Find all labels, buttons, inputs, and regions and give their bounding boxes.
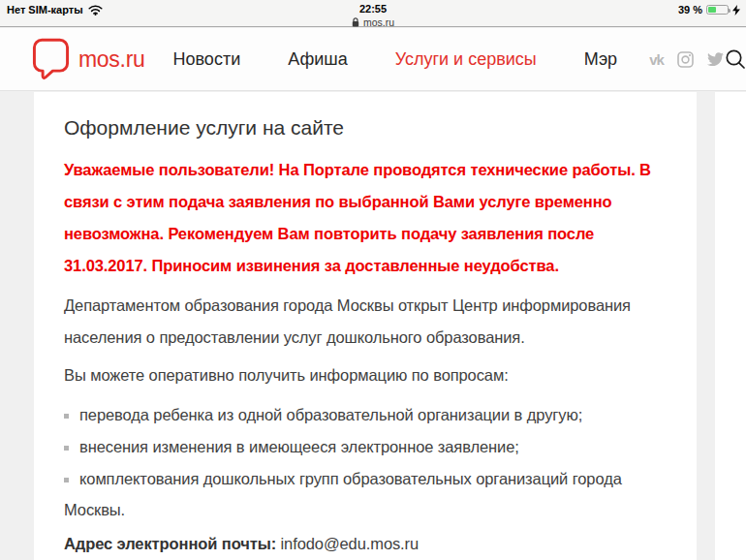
list-item: перевода ребенка из одной образовательно… [64, 399, 668, 430]
list-item-text: комплектования дошкольных групп образова… [79, 470, 622, 487]
nav-item-afisha[interactable]: Афиша [288, 49, 348, 70]
contact-block: Адрес электронной почты: infodo@edu.mos.… [64, 531, 668, 560]
page-background: Оформление услуги на сайте Уважаемые пол… [0, 92, 746, 560]
list-item-line: комплектования дошкольных групп образова… [64, 463, 668, 494]
charging-bolt-icon [732, 5, 740, 16]
twitter-icon[interactable] [707, 52, 724, 67]
paragraph-line: населения о предоставлении услуг дошколь… [64, 322, 668, 354]
warning-line: невозможна. Рекомендуем Вам повторить по… [64, 218, 668, 250]
list-item: комплектования дошкольных групп образова… [64, 463, 668, 525]
instagram-icon[interactable] [677, 51, 694, 68]
url-text: mos.ru [363, 16, 394, 28]
email-row: Адрес электронной почты: infodo@edu.mos.… [64, 531, 668, 556]
bullet-square-icon [64, 478, 69, 482]
list-item: внесения изменения в имеющееся электронн… [64, 431, 668, 462]
list-item-text: внесения изменения в имеющееся электронн… [79, 438, 519, 455]
vk-icon[interactable]: vk [649, 52, 664, 67]
speech-bubble-icon [32, 38, 70, 81]
status-center: 22:55 mos.ru [0, 0, 746, 28]
bullet-square-icon [64, 446, 69, 451]
mos-ru-logo[interactable]: mos.ru [32, 38, 145, 81]
page-title: Оформление услуги на сайте [64, 113, 668, 142]
list-item-wrap-line: Москвы. [64, 494, 668, 525]
status-right: 39 % [678, 4, 740, 16]
site-header: mos.ru Новости Афиша Услуги и сервисы Мэ… [0, 28, 746, 91]
nav-item-novosti[interactable]: Новости [173, 49, 241, 70]
ios-status-bar: Нет SIM-карты 22:55 mos.ru 39 % [0, 0, 746, 27]
paragraph-line: Департаментом образования города Москвы … [64, 290, 668, 322]
battery-nub [729, 9, 730, 13]
email-value: infodo@edu.mos.ru [281, 535, 420, 552]
content-card: Оформление услуги на сайте Уважаемые пол… [34, 92, 697, 560]
list-item-line: внесения изменения в имеющееся электронн… [64, 431, 668, 462]
list-item-line: перевода ребенка из одной образовательно… [64, 399, 668, 430]
email-label: Адрес электронной почты: [64, 535, 276, 552]
search-button[interactable] [724, 28, 746, 91]
warning-line: Уважаемые пользователи! На Портале прово… [64, 154, 668, 186]
battery-fill [708, 7, 716, 13]
battery-percent-label: 39 % [678, 4, 702, 16]
main-nav: Новости Афиша Услуги и сервисы Мэр [173, 49, 618, 70]
social-links: vk [649, 51, 724, 68]
battery-icon [706, 5, 729, 15]
right-panel-sliver [715, 92, 746, 560]
maintenance-warning: Уважаемые пользователи! На Портале прово… [64, 154, 668, 282]
nav-item-uslugi[interactable]: Услуги и сервисы [395, 49, 537, 70]
warning-line: связи с этим подача заявления по выбранн… [64, 186, 668, 218]
lock-icon [352, 17, 359, 27]
paragraph-department: Департаментом образования города Москвы … [64, 290, 668, 354]
bullet-list: перевода ребенка из одной образовательно… [64, 399, 668, 525]
paragraph-intro-list: Вы можете оперативно получить информацию… [64, 359, 668, 391]
nav-item-mer[interactable]: Мэр [584, 49, 617, 70]
url-bar[interactable]: mos.ru [0, 16, 746, 28]
warning-line: 31.03.2017. Приносим извинения за достав… [64, 250, 668, 282]
logo-text: mos.ru [78, 47, 145, 73]
clock: 22:55 [0, 3, 746, 15]
paragraph-line: Вы можете оперативно получить информацию… [64, 359, 668, 391]
list-item-text: перевода ребенка из одной образовательно… [79, 406, 582, 423]
bullet-square-icon [64, 414, 69, 419]
search-icon [724, 47, 746, 71]
